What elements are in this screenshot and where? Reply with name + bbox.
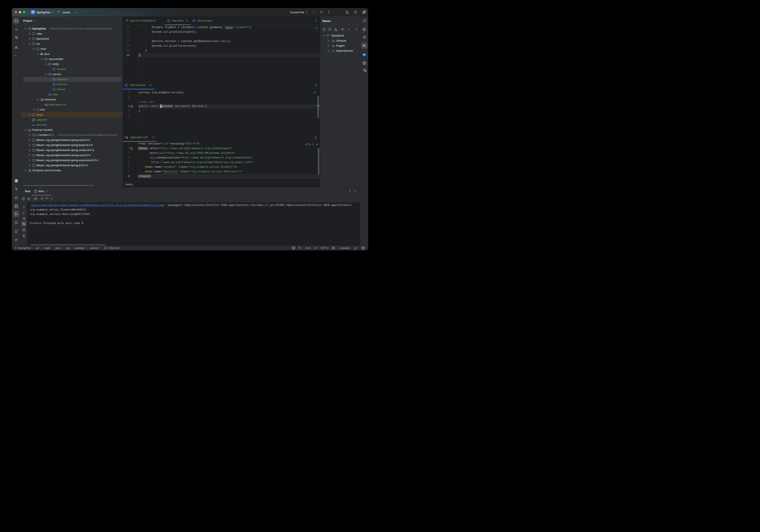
svg-text:V: V — [298, 246, 301, 250]
svg-text:?: ? — [17, 37, 17, 39]
